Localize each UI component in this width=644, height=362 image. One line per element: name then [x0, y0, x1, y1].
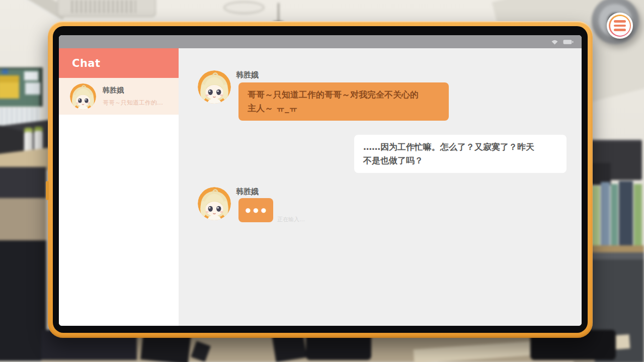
typing-bubble: ●●● [238, 198, 273, 222]
book-spine [601, 182, 610, 246]
status-bar [59, 35, 582, 48]
message-avatar [198, 70, 231, 104]
tablet-bezel: Chat 韩胜娥 哥哥～只知道工作的… 韩胜娥 哥哥～只知道工作的哥哥～对我完全… [53, 26, 588, 333]
desk-shadow [0, 167, 46, 202]
chat-app: Chat 韩胜娥 哥哥～只知道工作的… 韩胜娥 哥哥～只知道工作的哥哥～对我完全… [59, 48, 582, 326]
contact-preview: 哥哥～只知道工作的… [103, 99, 163, 107]
book-spine [611, 184, 618, 246]
contact-item[interactable]: 韩胜娥 哥哥～只知道工作的… [59, 78, 179, 115]
book-spine [634, 184, 642, 246]
typing-hint: 正在输入… [277, 216, 305, 223]
pinned-note [25, 82, 40, 95]
foreground-desk [0, 240, 46, 361]
wifi-icon [551, 39, 558, 45]
ceiling-lamp [223, 1, 265, 14]
air-vent-grille [71, 0, 136, 13]
chat-panel: 韩胜娥 哥哥～只知道工作的哥哥～对我完全不关心的 主人～ ㅠ_ㅠ ……因为工作忙… [179, 48, 582, 326]
pinned-note [2, 69, 8, 74]
pinned-note [24, 71, 38, 80]
contact-avatar [70, 83, 96, 110]
message-bubble-incoming: 哥哥～只知道工作的哥哥～对我完全不关心的 主人～ ㅠ_ㅠ [238, 82, 449, 121]
typing-dots-icon: ●●● [243, 207, 269, 214]
sender-name: 韩胜娥 [236, 70, 259, 80]
hamburger-icon [607, 13, 633, 39]
contact-name: 韩胜娥 [103, 86, 163, 95]
sender-name: 韩胜娥 [236, 187, 259, 197]
message-avatar [198, 187, 231, 220]
contact-info: 韩胜娥 哥哥～只知道工作的… [103, 86, 163, 107]
menu-button[interactable] [607, 13, 633, 39]
hanging-rod [278, 3, 279, 22]
floor [0, 198, 46, 244]
page-title: Chat [59, 48, 179, 78]
book-spine [592, 186, 600, 246]
tablet-side-button[interactable] [46, 181, 49, 200]
tablet-device: Chat 韩胜娥 哥哥～只知道工作的… 韩胜娥 哥哥～只知道工作的哥哥～对我完全… [48, 21, 593, 338]
notice-poster [0, 75, 19, 99]
book-spine [619, 181, 633, 246]
message-bubble-outgoing: ……因为工作忙嘛。怎么了？又寂寞了？昨天 不是也做了吗？ [354, 135, 567, 173]
sidebar: Chat 韩胜娥 哥哥～只知道工作的… [59, 48, 179, 326]
battery-icon [563, 39, 574, 45]
tablet-screen: Chat 韩胜娥 哥哥～只知道工作的… 韩胜娥 哥哥～只知道工作的哥哥～对我完全… [59, 35, 582, 326]
